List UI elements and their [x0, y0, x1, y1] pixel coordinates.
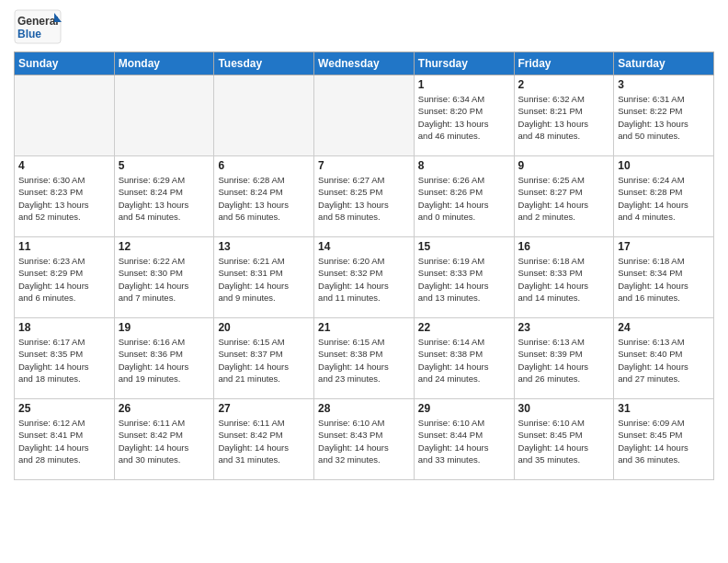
- calendar-cell: 31Sunrise: 6:09 AM Sunset: 8:45 PM Dayli…: [614, 399, 714, 480]
- logo-icon: GeneralBlue: [14, 9, 62, 44]
- day-info: Sunrise: 6:25 AM Sunset: 8:27 PM Dayligh…: [518, 174, 610, 223]
- day-number: 8: [418, 159, 510, 172]
- day-info: Sunrise: 6:24 AM Sunset: 8:28 PM Dayligh…: [618, 174, 710, 223]
- calendar-cell: 21Sunrise: 6:15 AM Sunset: 8:38 PM Dayli…: [314, 318, 415, 399]
- day-number: 24: [618, 321, 710, 334]
- day-number: 16: [518, 240, 610, 253]
- day-number: 31: [618, 402, 710, 415]
- day-number: 19: [119, 321, 210, 334]
- calendar-cell: 6Sunrise: 6:28 AM Sunset: 8:24 PM Daylig…: [214, 156, 314, 237]
- day-number: 12: [119, 240, 210, 253]
- day-number: 13: [218, 240, 310, 253]
- calendar-cell: 24Sunrise: 6:13 AM Sunset: 8:40 PM Dayli…: [614, 318, 714, 399]
- day-number: 27: [218, 402, 310, 415]
- day-info: Sunrise: 6:26 AM Sunset: 8:26 PM Dayligh…: [418, 174, 510, 223]
- day-info: Sunrise: 6:13 AM Sunset: 8:40 PM Dayligh…: [618, 336, 710, 385]
- logo: GeneralBlue: [14, 9, 62, 44]
- day-number: 22: [418, 321, 510, 334]
- calendar: SundayMondayTuesdayWednesdayThursdayFrid…: [14, 52, 714, 480]
- day-number: 14: [318, 240, 410, 253]
- day-info: Sunrise: 6:21 AM Sunset: 8:31 PM Dayligh…: [218, 255, 310, 304]
- weekday-header-wednesday: Wednesday: [314, 52, 415, 75]
- weekday-header-thursday: Thursday: [414, 52, 514, 75]
- day-info: Sunrise: 6:11 AM Sunset: 8:42 PM Dayligh…: [119, 417, 210, 465]
- day-info: Sunrise: 6:20 AM Sunset: 8:32 PM Dayligh…: [318, 255, 410, 304]
- calendar-cell: 1Sunrise: 6:34 AM Sunset: 8:20 PM Daylig…: [414, 75, 514, 156]
- day-number: 11: [18, 240, 110, 253]
- calendar-cell: 19Sunrise: 6:16 AM Sunset: 8:36 PM Dayli…: [114, 318, 214, 399]
- calendar-cell: 16Sunrise: 6:18 AM Sunset: 8:33 PM Dayli…: [514, 237, 614, 318]
- week-row-5: 25Sunrise: 6:12 AM Sunset: 8:41 PM Dayli…: [15, 399, 714, 480]
- day-info: Sunrise: 6:31 AM Sunset: 8:22 PM Dayligh…: [618, 93, 710, 142]
- day-info: Sunrise: 6:11 AM Sunset: 8:42 PM Dayligh…: [218, 417, 310, 465]
- day-number: 20: [218, 321, 310, 334]
- calendar-cell: 22Sunrise: 6:14 AM Sunset: 8:38 PM Dayli…: [414, 318, 514, 399]
- header: GeneralBlue: [14, 9, 714, 44]
- day-info: Sunrise: 6:32 AM Sunset: 8:21 PM Dayligh…: [518, 93, 610, 142]
- calendar-cell: 3Sunrise: 6:31 AM Sunset: 8:22 PM Daylig…: [614, 75, 714, 156]
- calendar-cell: 26Sunrise: 6:11 AM Sunset: 8:42 PM Dayli…: [114, 399, 214, 480]
- day-info: Sunrise: 6:09 AM Sunset: 8:45 PM Dayligh…: [618, 417, 710, 465]
- calendar-cell: 23Sunrise: 6:13 AM Sunset: 8:39 PM Dayli…: [514, 318, 614, 399]
- calendar-cell: 13Sunrise: 6:21 AM Sunset: 8:31 PM Dayli…: [214, 237, 314, 318]
- calendar-cell: [314, 75, 415, 156]
- day-info: Sunrise: 6:34 AM Sunset: 8:20 PM Dayligh…: [418, 93, 510, 142]
- day-info: Sunrise: 6:17 AM Sunset: 8:35 PM Dayligh…: [18, 336, 110, 385]
- weekday-header-tuesday: Tuesday: [214, 52, 314, 75]
- weekday-header-monday: Monday: [114, 52, 214, 75]
- day-info: Sunrise: 6:27 AM Sunset: 8:25 PM Dayligh…: [318, 174, 410, 223]
- day-info: Sunrise: 6:12 AM Sunset: 8:41 PM Dayligh…: [18, 417, 110, 465]
- day-info: Sunrise: 6:29 AM Sunset: 8:24 PM Dayligh…: [119, 174, 210, 223]
- day-info: Sunrise: 6:10 AM Sunset: 8:43 PM Dayligh…: [318, 417, 410, 465]
- calendar-cell: 10Sunrise: 6:24 AM Sunset: 8:28 PM Dayli…: [614, 156, 714, 237]
- calendar-cell: 14Sunrise: 6:20 AM Sunset: 8:32 PM Dayli…: [314, 237, 415, 318]
- calendar-cell: 11Sunrise: 6:23 AM Sunset: 8:29 PM Dayli…: [15, 237, 115, 318]
- day-info: Sunrise: 6:10 AM Sunset: 8:44 PM Dayligh…: [418, 417, 510, 465]
- day-info: Sunrise: 6:15 AM Sunset: 8:38 PM Dayligh…: [318, 336, 410, 385]
- page: GeneralBlue SundayMondayTuesdayWednesday…: [0, 0, 728, 563]
- day-number: 2: [518, 78, 610, 91]
- week-row-3: 11Sunrise: 6:23 AM Sunset: 8:29 PM Dayli…: [15, 237, 714, 318]
- week-row-1: 1Sunrise: 6:34 AM Sunset: 8:20 PM Daylig…: [15, 75, 714, 156]
- svg-text:General: General: [17, 15, 59, 28]
- day-number: 26: [119, 402, 210, 415]
- day-info: Sunrise: 6:13 AM Sunset: 8:39 PM Dayligh…: [518, 336, 610, 385]
- day-number: 25: [18, 402, 110, 415]
- day-number: 18: [18, 321, 110, 334]
- day-number: 9: [518, 159, 610, 172]
- weekday-header-saturday: Saturday: [614, 52, 714, 75]
- week-row-4: 18Sunrise: 6:17 AM Sunset: 8:35 PM Dayli…: [15, 318, 714, 399]
- weekday-header-sunday: Sunday: [15, 52, 115, 75]
- calendar-cell: 9Sunrise: 6:25 AM Sunset: 8:27 PM Daylig…: [514, 156, 614, 237]
- calendar-cell: [214, 75, 314, 156]
- day-number: 5: [119, 159, 210, 172]
- calendar-cell: 25Sunrise: 6:12 AM Sunset: 8:41 PM Dayli…: [15, 399, 115, 480]
- calendar-cell: 17Sunrise: 6:18 AM Sunset: 8:34 PM Dayli…: [614, 237, 714, 318]
- day-number: 30: [518, 402, 610, 415]
- day-number: 4: [18, 159, 110, 172]
- day-info: Sunrise: 6:18 AM Sunset: 8:33 PM Dayligh…: [518, 255, 610, 304]
- day-number: 1: [418, 78, 510, 91]
- day-number: 6: [218, 159, 310, 172]
- calendar-cell: 20Sunrise: 6:15 AM Sunset: 8:37 PM Dayli…: [214, 318, 314, 399]
- day-number: 17: [618, 240, 710, 253]
- day-number: 28: [318, 402, 410, 415]
- calendar-cell: 29Sunrise: 6:10 AM Sunset: 8:44 PM Dayli…: [414, 399, 514, 480]
- day-number: 10: [618, 159, 710, 172]
- day-info: Sunrise: 6:14 AM Sunset: 8:38 PM Dayligh…: [418, 336, 510, 385]
- calendar-cell: 8Sunrise: 6:26 AM Sunset: 8:26 PM Daylig…: [414, 156, 514, 237]
- day-info: Sunrise: 6:10 AM Sunset: 8:45 PM Dayligh…: [518, 417, 610, 465]
- day-info: Sunrise: 6:16 AM Sunset: 8:36 PM Dayligh…: [119, 336, 210, 385]
- calendar-cell: [15, 75, 115, 156]
- day-number: 15: [418, 240, 510, 253]
- svg-text:Blue: Blue: [17, 28, 41, 40]
- day-number: 29: [418, 402, 510, 415]
- weekday-header-row: SundayMondayTuesdayWednesdayThursdayFrid…: [15, 52, 714, 75]
- day-number: 7: [318, 159, 410, 172]
- day-info: Sunrise: 6:28 AM Sunset: 8:24 PM Dayligh…: [218, 174, 310, 223]
- calendar-cell: 27Sunrise: 6:11 AM Sunset: 8:42 PM Dayli…: [214, 399, 314, 480]
- day-info: Sunrise: 6:15 AM Sunset: 8:37 PM Dayligh…: [218, 336, 310, 385]
- calendar-cell: 15Sunrise: 6:19 AM Sunset: 8:33 PM Dayli…: [414, 237, 514, 318]
- week-row-2: 4Sunrise: 6:30 AM Sunset: 8:23 PM Daylig…: [15, 156, 714, 237]
- calendar-cell: 7Sunrise: 6:27 AM Sunset: 8:25 PM Daylig…: [314, 156, 415, 237]
